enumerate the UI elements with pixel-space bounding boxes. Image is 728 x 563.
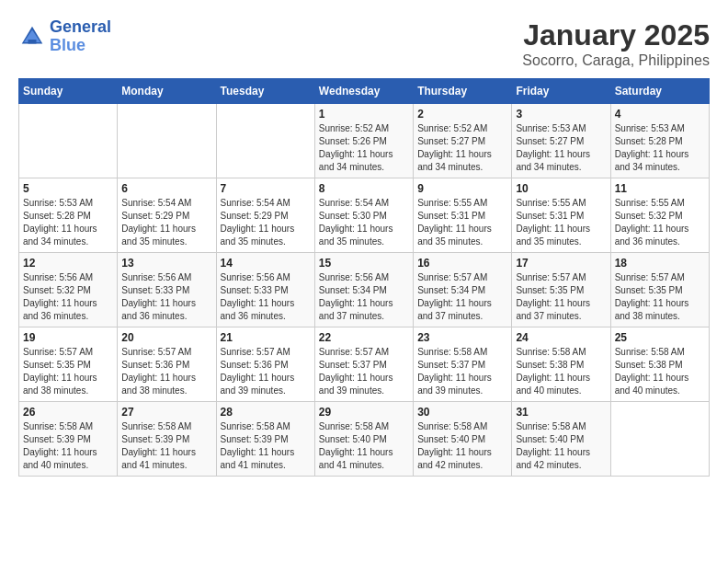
day-info: Sunrise: 5:53 AM Sunset: 5:27 PM Dayligh… xyxy=(516,122,606,174)
calendar-cell: 8Sunrise: 5:54 AM Sunset: 5:30 PM Daylig… xyxy=(314,178,413,253)
day-info: Sunrise: 5:52 AM Sunset: 5:27 PM Dayligh… xyxy=(417,122,507,174)
day-info: Sunrise: 5:58 AM Sunset: 5:39 PM Dayligh… xyxy=(221,420,311,472)
calendar-cell: 22Sunrise: 5:57 AM Sunset: 5:37 PM Dayli… xyxy=(314,327,413,402)
day-info: Sunrise: 5:57 AM Sunset: 5:36 PM Dayligh… xyxy=(121,346,211,397)
day-number: 7 xyxy=(221,182,311,195)
day-number: 16 xyxy=(417,257,507,270)
day-info: Sunrise: 5:57 AM Sunset: 5:35 PM Dayligh… xyxy=(23,346,113,397)
calendar-cell: 14Sunrise: 5:56 AM Sunset: 5:33 PM Dayli… xyxy=(216,253,314,327)
day-info: Sunrise: 5:56 AM Sunset: 5:34 PM Dayligh… xyxy=(319,271,409,323)
calendar-cell: 26Sunrise: 5:58 AM Sunset: 5:39 PM Dayli… xyxy=(19,402,118,477)
day-number: 28 xyxy=(221,406,311,419)
day-number: 2 xyxy=(417,108,507,121)
calendar-cell: 19Sunrise: 5:57 AM Sunset: 5:35 PM Dayli… xyxy=(19,327,118,402)
calendar-week-row: 26Sunrise: 5:58 AM Sunset: 5:39 PM Dayli… xyxy=(19,402,710,477)
day-info: Sunrise: 5:57 AM Sunset: 5:35 PM Dayligh… xyxy=(615,271,705,323)
day-number: 22 xyxy=(319,331,409,344)
calendar-cell: 24Sunrise: 5:58 AM Sunset: 5:38 PM Dayli… xyxy=(512,327,610,402)
day-number: 27 xyxy=(121,406,211,419)
day-info: Sunrise: 5:55 AM Sunset: 5:32 PM Dayligh… xyxy=(615,197,705,248)
day-number: 26 xyxy=(23,406,113,419)
calendar-cell xyxy=(19,104,118,178)
day-info: Sunrise: 5:54 AM Sunset: 5:30 PM Dayligh… xyxy=(319,197,409,248)
day-info: Sunrise: 5:58 AM Sunset: 5:40 PM Dayligh… xyxy=(516,420,606,472)
calendar-cell: 5Sunrise: 5:53 AM Sunset: 5:28 PM Daylig… xyxy=(19,178,118,253)
calendar-cell: 16Sunrise: 5:57 AM Sunset: 5:34 PM Dayli… xyxy=(414,253,512,327)
day-number: 9 xyxy=(417,182,507,195)
day-number: 24 xyxy=(516,331,606,344)
calendar-cell: 12Sunrise: 5:56 AM Sunset: 5:32 PM Dayli… xyxy=(19,253,118,327)
calendar-cell: 3Sunrise: 5:53 AM Sunset: 5:27 PM Daylig… xyxy=(512,104,610,178)
day-number: 17 xyxy=(516,257,606,270)
logo-icon xyxy=(18,23,46,51)
day-number: 20 xyxy=(121,331,211,344)
weekday-header-tuesday: Tuesday xyxy=(216,79,314,104)
weekday-header-wednesday: Wednesday xyxy=(314,79,413,104)
day-info: Sunrise: 5:56 AM Sunset: 5:32 PM Dayligh… xyxy=(23,271,113,323)
calendar-cell: 4Sunrise: 5:53 AM Sunset: 5:28 PM Daylig… xyxy=(610,104,709,178)
weekday-header-saturday: Saturday xyxy=(610,79,709,104)
day-number: 10 xyxy=(516,182,606,195)
day-number: 8 xyxy=(319,182,409,195)
calendar-cell: 15Sunrise: 5:56 AM Sunset: 5:34 PM Dayli… xyxy=(314,253,413,327)
calendar-cell: 2Sunrise: 5:52 AM Sunset: 5:27 PM Daylig… xyxy=(414,104,512,178)
day-info: Sunrise: 5:58 AM Sunset: 5:39 PM Dayligh… xyxy=(23,420,113,472)
day-number: 21 xyxy=(221,331,311,344)
calendar-cell xyxy=(610,402,709,477)
day-number: 29 xyxy=(319,406,409,419)
calendar-cell: 21Sunrise: 5:57 AM Sunset: 5:36 PM Dayli… xyxy=(216,327,314,402)
day-info: Sunrise: 5:56 AM Sunset: 5:33 PM Dayligh… xyxy=(121,271,211,323)
svg-rect-2 xyxy=(28,40,37,44)
calendar-cell xyxy=(216,104,314,178)
day-info: Sunrise: 5:56 AM Sunset: 5:33 PM Dayligh… xyxy=(221,271,311,323)
day-info: Sunrise: 5:57 AM Sunset: 5:37 PM Dayligh… xyxy=(319,346,409,397)
day-number: 13 xyxy=(121,257,211,270)
calendar-cell: 13Sunrise: 5:56 AM Sunset: 5:33 PM Dayli… xyxy=(118,253,216,327)
weekday-header-monday: Monday xyxy=(118,79,216,104)
calendar-cell: 7Sunrise: 5:54 AM Sunset: 5:29 PM Daylig… xyxy=(216,178,314,253)
calendar-cell: 23Sunrise: 5:58 AM Sunset: 5:37 PM Dayli… xyxy=(414,327,512,402)
calendar-cell: 18Sunrise: 5:57 AM Sunset: 5:35 PM Dayli… xyxy=(610,253,709,327)
day-info: Sunrise: 5:58 AM Sunset: 5:40 PM Dayligh… xyxy=(417,420,507,472)
location-title: Socorro, Caraga, Philippines xyxy=(522,52,710,69)
day-number: 15 xyxy=(319,257,409,270)
day-number: 23 xyxy=(417,331,507,344)
calendar-cell: 9Sunrise: 5:55 AM Sunset: 5:31 PM Daylig… xyxy=(414,178,512,253)
calendar-cell xyxy=(118,104,216,178)
day-info: Sunrise: 5:57 AM Sunset: 5:36 PM Dayligh… xyxy=(221,346,311,397)
day-number: 1 xyxy=(319,108,409,121)
calendar-cell: 28Sunrise: 5:58 AM Sunset: 5:39 PM Dayli… xyxy=(216,402,314,477)
day-info: Sunrise: 5:55 AM Sunset: 5:31 PM Dayligh… xyxy=(516,197,606,248)
day-number: 25 xyxy=(615,331,705,344)
day-number: 31 xyxy=(516,406,606,419)
day-info: Sunrise: 5:54 AM Sunset: 5:29 PM Dayligh… xyxy=(221,197,311,248)
calendar-cell: 31Sunrise: 5:58 AM Sunset: 5:40 PM Dayli… xyxy=(512,402,610,477)
day-number: 5 xyxy=(23,182,113,195)
day-info: Sunrise: 5:58 AM Sunset: 5:40 PM Dayligh… xyxy=(319,420,409,472)
day-info: Sunrise: 5:53 AM Sunset: 5:28 PM Dayligh… xyxy=(23,197,113,248)
calendar-week-row: 12Sunrise: 5:56 AM Sunset: 5:32 PM Dayli… xyxy=(19,253,710,327)
day-info: Sunrise: 5:57 AM Sunset: 5:34 PM Dayligh… xyxy=(417,271,507,323)
day-number: 18 xyxy=(615,257,705,270)
logo-text: General Blue xyxy=(50,18,111,55)
calendar-week-row: 5Sunrise: 5:53 AM Sunset: 5:28 PM Daylig… xyxy=(19,178,710,253)
calendar-week-row: 1Sunrise: 5:52 AM Sunset: 5:26 PM Daylig… xyxy=(19,104,710,178)
calendar-cell: 1Sunrise: 5:52 AM Sunset: 5:26 PM Daylig… xyxy=(314,104,413,178)
day-info: Sunrise: 5:58 AM Sunset: 5:39 PM Dayligh… xyxy=(121,420,211,472)
calendar-week-row: 19Sunrise: 5:57 AM Sunset: 5:35 PM Dayli… xyxy=(19,327,710,402)
day-number: 19 xyxy=(23,331,113,344)
calendar-cell: 17Sunrise: 5:57 AM Sunset: 5:35 PM Dayli… xyxy=(512,253,610,327)
day-info: Sunrise: 5:52 AM Sunset: 5:26 PM Dayligh… xyxy=(319,122,409,174)
weekday-header-sunday: Sunday xyxy=(19,79,118,104)
day-number: 12 xyxy=(23,257,113,270)
weekday-header-row: SundayMondayTuesdayWednesdayThursdayFrid… xyxy=(19,79,710,104)
logo: General Blue xyxy=(18,18,111,55)
weekday-header-thursday: Thursday xyxy=(414,79,512,104)
day-number: 6 xyxy=(121,182,211,195)
calendar-cell: 30Sunrise: 5:58 AM Sunset: 5:40 PM Dayli… xyxy=(414,402,512,477)
weekday-header-friday: Friday xyxy=(512,79,610,104)
day-info: Sunrise: 5:55 AM Sunset: 5:31 PM Dayligh… xyxy=(417,197,507,248)
day-number: 4 xyxy=(615,108,705,121)
calendar-cell: 11Sunrise: 5:55 AM Sunset: 5:32 PM Dayli… xyxy=(610,178,709,253)
day-number: 30 xyxy=(417,406,507,419)
